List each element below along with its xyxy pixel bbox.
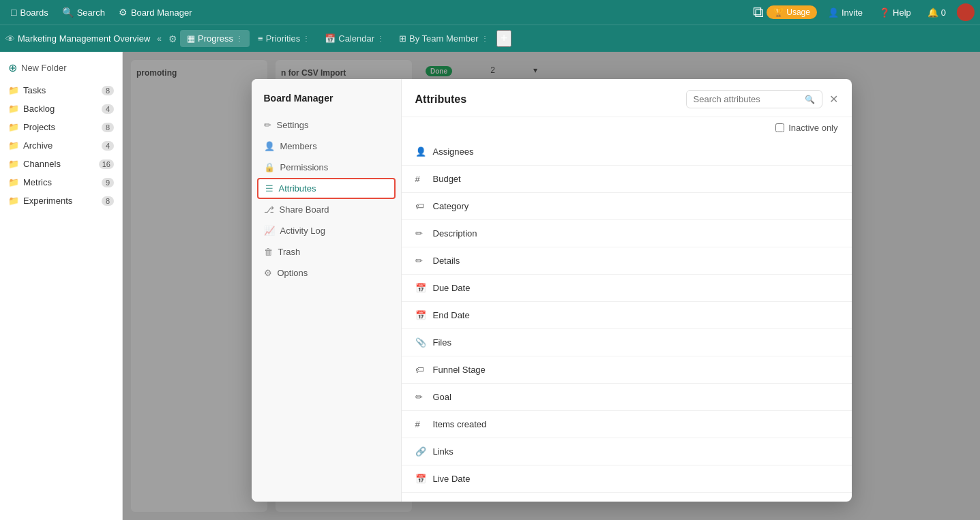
- attr-row-details[interactable]: ✏ Details: [402, 247, 852, 275]
- attr-row-end-date[interactable]: 📅 End Date: [402, 302, 852, 329]
- attr-row-due-date[interactable]: 📅 Due Date: [402, 275, 852, 302]
- sidebar-item-archive[interactable]: 📁 Archive 4: [0, 136, 122, 155]
- board-content: promoting n for CSV Import Done 2 ▾ D: [123, 52, 980, 520]
- sidebar-item-archive-left: 📁 Archive: [8, 140, 53, 151]
- sidebar-item-experiments[interactable]: 📁 Experiments 8: [0, 192, 122, 210]
- share-board-nav-label: Share Board: [280, 204, 329, 215]
- folder-icon: 📁: [8, 104, 19, 114]
- folder-icon: 📁: [8, 177, 19, 187]
- board-nav-tabs: ▦ Progress ⋮ ≡ Priorities ⋮ 📅 Calendar ⋮…: [180, 30, 511, 47]
- modal-nav-settings[interactable]: ✏ Settings: [252, 114, 401, 136]
- attr-row-files[interactable]: 📎 Files: [402, 329, 852, 356]
- due-date-icon: 📅: [415, 283, 426, 293]
- team-tab-label: By Team Member: [409, 33, 479, 44]
- modal-nav-permissions[interactable]: 🔒 Permissions: [252, 157, 401, 178]
- description-icon: ✏: [415, 228, 426, 239]
- modal-nav-members[interactable]: 👤 Members: [252, 136, 401, 157]
- board-settings-icon[interactable]: ⚙: [168, 33, 177, 44]
- help-icon: ❓: [879, 7, 890, 18]
- inactive-only-toggle[interactable]: Inactive only: [775, 123, 837, 133]
- settings-nav-label: Settings: [277, 120, 309, 130]
- tasks-badge: 8: [102, 86, 114, 95]
- modal-nav-attributes[interactable]: ☰ Attributes: [257, 178, 396, 199]
- invite-label: Invite: [842, 7, 863, 18]
- funnel-stage-icon: 🏷: [415, 365, 426, 375]
- sidebar-item-metrics-left: 📁 Metrics: [8, 177, 52, 187]
- sidebar-item-tasks-left: 📁 Tasks: [8, 85, 46, 95]
- modal-nav-share-board[interactable]: ⎇ Share Board: [252, 199, 401, 220]
- sidebar-tasks-label: Tasks: [23, 85, 46, 95]
- close-modal-button[interactable]: ✕: [829, 93, 838, 106]
- progress-tab-label: Progress: [198, 33, 233, 44]
- board-nav: 👁 Marketing Management Overview « ⚙ ▦ Pr…: [0, 25, 980, 52]
- members-nav-label: Members: [280, 141, 317, 151]
- files-icon: 📎: [415, 337, 426, 348]
- sidebar-item-channels[interactable]: 📁 Channels 16: [0, 155, 122, 173]
- sidebar-item-tasks[interactable]: 📁 Tasks 8: [0, 81, 122, 100]
- notifications-button[interactable]: 🔔 0: [922, 5, 951, 20]
- calendar-tab-icon: 📅: [325, 33, 336, 44]
- sidebar-backlog-label: Backlog: [23, 104, 55, 114]
- usage-button[interactable]: 🏆 Usage: [767, 5, 817, 19]
- invite-button[interactable]: 👤 Invite: [822, 5, 868, 20]
- category-icon: 🏷: [415, 201, 426, 211]
- folder-icon: 📁: [8, 159, 19, 169]
- search-attributes-field[interactable]: 🔍: [686, 90, 822, 108]
- modal-overlay[interactable]: Board Manager ✏ Settings 👤 Members 🔒 Per…: [123, 52, 980, 520]
- sidebar-item-projects[interactable]: 📁 Projects 8: [0, 118, 122, 136]
- tab-calendar[interactable]: 📅 Calendar ⋮: [318, 30, 391, 47]
- attr-row-funnel-stage[interactable]: 🏷 Funnel Stage: [402, 356, 852, 384]
- plus-icon: ⊕: [8, 61, 17, 74]
- board-manager-modal: Board Manager ✏ Settings 👤 Members 🔒 Per…: [252, 79, 852, 502]
- boards-icon: □: [11, 7, 16, 18]
- search-attributes-input[interactable]: [694, 94, 801, 104]
- help-button[interactable]: ❓ Help: [874, 5, 917, 20]
- boards-button[interactable]: □ Boards: [5, 4, 54, 20]
- archive-badge: 4: [102, 141, 114, 151]
- sidebar-item-backlog[interactable]: 📁 Backlog 4: [0, 100, 122, 118]
- folder-icon: 📁: [8, 85, 19, 95]
- new-folder-button[interactable]: ⊕ New Folder: [0, 57, 122, 78]
- attr-row-description[interactable]: ✏ Description: [402, 220, 852, 247]
- boards-label: Boards: [20, 7, 48, 18]
- priorities-tab-icon: ≡: [258, 33, 263, 44]
- search-icon: 🔍: [62, 7, 74, 18]
- collapse-icon[interactable]: «: [157, 34, 162, 44]
- trash-nav-label: Trash: [278, 247, 301, 257]
- modal-nav-options[interactable]: ⚙ Options: [252, 262, 401, 284]
- attr-row-category[interactable]: 🏷 Category: [402, 193, 852, 220]
- sidebar-item-metrics[interactable]: 📁 Metrics 9: [0, 173, 122, 192]
- attr-row-live-date[interactable]: 📅 Live Date: [402, 465, 852, 493]
- attr-row-assignees[interactable]: 👤 Assignees: [402, 138, 852, 166]
- sidebar-item-projects-left: 📁 Projects: [8, 122, 55, 132]
- links-icon: 🔗: [415, 446, 426, 457]
- sidebar-item-backlog-left: 📁 Backlog: [8, 104, 55, 114]
- board-manager-button[interactable]: ⚙ Board Manager: [113, 4, 198, 20]
- modal-nav-trash[interactable]: 🗑 Trash: [252, 241, 401, 262]
- help-label: Help: [893, 7, 911, 18]
- attr-row-goal[interactable]: ✏ Goal: [402, 384, 852, 411]
- bell-icon: 🔔: [927, 7, 938, 18]
- avatar[interactable]: [957, 3, 975, 21]
- attr-row-links[interactable]: 🔗 Links: [402, 438, 852, 465]
- search-button[interactable]: 🔍 Search: [57, 4, 110, 20]
- modal-nav-activity-log[interactable]: 📈 Activity Log: [252, 220, 401, 241]
- tab-by-team-member[interactable]: ⊞ By Team Member ⋮: [392, 30, 495, 47]
- search-icon: 🔍: [805, 95, 815, 104]
- inactive-only-checkbox[interactable]: [775, 123, 784, 132]
- priorities-tab-dots: ⋮: [303, 35, 310, 42]
- options-nav-icon: ⚙: [264, 268, 272, 278]
- activity-log-nav-icon: 📈: [264, 226, 275, 236]
- permissions-nav-label: Permissions: [280, 162, 329, 172]
- priorities-tab-label: Priorities: [266, 33, 301, 44]
- attr-row-items-created[interactable]: # Items created: [402, 411, 852, 438]
- sidebar-metrics-label: Metrics: [23, 177, 52, 187]
- sidebar-item-channels-left: 📁 Channels: [8, 159, 61, 169]
- attr-row-budget[interactable]: # Budget: [402, 166, 852, 193]
- attr-funnel-stage-label: Funnel Stage: [433, 365, 486, 375]
- goal-icon: ✏: [415, 392, 426, 402]
- tab-priorities[interactable]: ≡ Priorities ⋮: [251, 30, 316, 47]
- settings-nav-icon: ✏: [264, 120, 271, 130]
- add-tab-button[interactable]: +: [496, 30, 512, 47]
- tab-progress[interactable]: ▦ Progress ⋮: [180, 30, 250, 47]
